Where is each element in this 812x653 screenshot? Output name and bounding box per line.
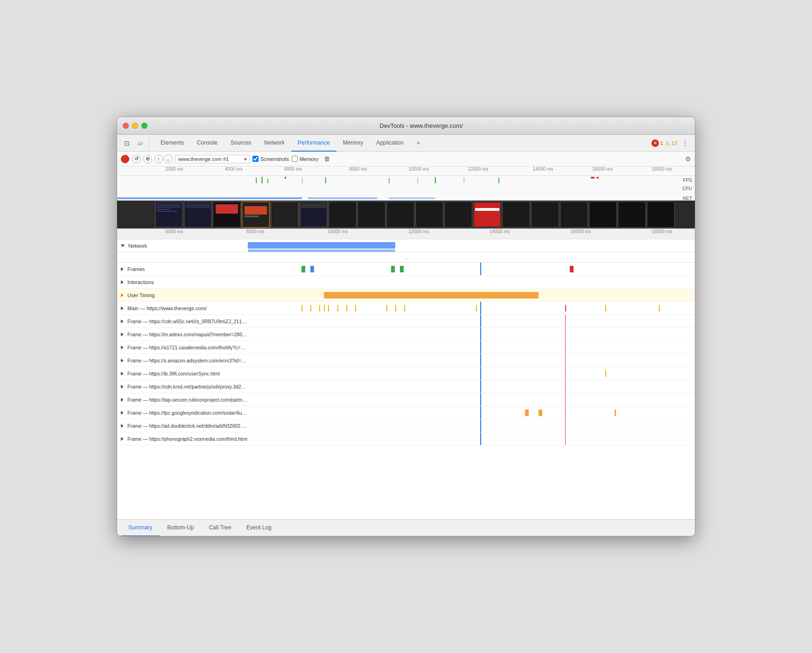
frame-1-cursor-red [565,328,566,340]
svg-rect-2 [267,179,268,183]
frames-content [248,263,695,275]
delete-icon[interactable]: 🗑 [321,153,333,165]
settings-icon[interactable]: ⚙ [685,155,691,163]
close-button[interactable] [123,123,129,129]
memory-checkbox[interactable]: Memory [292,156,318,162]
frame-2-cursor [480,341,481,354]
frame-track-6-label: Frame — https://tap-secure.rubiconprojec… [117,397,248,403]
device-icon[interactable]: ▱ [134,137,146,149]
frame-track-4[interactable]: Frame — https://ib.3lift.com/userSync.ht… [117,367,695,380]
svg-rect-0 [256,178,257,183]
frame-track-9[interactable]: Frame — https://phonograph2.voxmedia.com… [117,432,695,445]
frame-green-1 [301,266,305,272]
screenshots-check[interactable] [252,156,259,162]
frame-track-7[interactable]: Frame — https://tpc.googlesyndication.co… [117,406,695,419]
ruler2-marks: 6000 ms 8000 ms 10000 ms 12000 ms 14000 … [154,229,695,239]
red-tick-1 [565,305,566,312]
interactions-text: Interactions [127,279,154,285]
screenshot-thumbs [154,201,695,228]
user-timing-bar [324,292,539,299]
frame-4-cursor [480,367,481,380]
tracks-area[interactable]: Network ... Frames [117,239,695,519]
user-timing-track[interactable]: User Timing [117,289,695,302]
tab-memory[interactable]: Memory [336,135,370,152]
screenshot-12[interactable] [502,201,530,228]
screenshot-1[interactable] [184,201,212,228]
frame-track-6[interactable]: Frame — https://tap-secure.rubiconprojec… [117,393,695,406]
reload-button[interactable]: ↺ [132,155,140,163]
frame-7-expand [121,411,124,415]
tab-console[interactable]: Console [190,135,224,152]
ruler2-12000: 12000 ms [408,229,429,234]
network-expand-icon [121,244,125,247]
svg-rect-41 [273,203,297,226]
frame-track-9-label: Frame — https://phonograph2.voxmedia.com… [117,436,248,442]
main-track-text: Main — https://www.theverge.com/ [127,306,207,311]
main-track[interactable]: Main — https://www.theverge.com/ [117,302,695,315]
tab-bottom-up[interactable]: Bottom-Up [160,520,201,536]
upload-button[interactable]: ↑ [154,155,163,163]
minimize-button[interactable] [132,123,138,129]
screenshots-checkbox[interactable]: Screenshots [252,156,289,162]
screenshot-7[interactable] [357,201,385,228]
tab-application[interactable]: Application [370,135,410,152]
screenshot-2[interactable] [213,201,241,228]
frame-track-5[interactable]: Frame — https://cdn.krxd.net/partnerjs/x… [117,380,695,393]
tab-more[interactable]: » [410,135,427,152]
frames-expand-icon [121,267,124,271]
record-button[interactable] [121,155,129,163]
frame-track-2[interactable]: Frame — https://a1721.casalemedia.com/if… [117,341,695,354]
tab-performance[interactable]: Performance [291,135,336,152]
frames-track[interactable]: Frames [117,263,695,276]
memory-check[interactable] [292,156,298,162]
ruler-6000: 6000 ms [284,167,302,172]
tab-event-log[interactable]: Event Log [239,520,279,536]
screenshot-0[interactable] [155,201,183,228]
frame-track-8[interactable]: Frame — https://ad.doubleclick.net/ddm/a… [117,419,695,432]
screenshot-4[interactable] [271,201,299,228]
screenshot-5[interactable] [300,201,328,228]
download-button[interactable]: ↓ [164,155,172,163]
screenshot-3[interactable] [242,201,270,228]
screenshot-15[interactable] [589,201,617,228]
screenshot-17[interactable] [647,201,675,228]
frame-5-expand [121,385,124,389]
frame-track-1[interactable]: Frame — https://m.adnxs.com/mapuid?membe… [117,328,695,341]
fps-label: FPS [683,178,692,183]
tab-sources[interactable]: Sources [224,135,258,152]
screenshot-8[interactable] [386,201,414,228]
screenshot-13[interactable] [531,201,559,228]
tick-9 [386,305,387,312]
svg-rect-12 [597,177,599,179]
user-timing-content [248,289,695,301]
frames-text: Frames [127,266,145,272]
screenshot-6[interactable] [329,201,357,228]
screenshot-14[interactable] [560,201,588,228]
tab-network[interactable]: Network [258,135,291,152]
main-track-label: Main — https://www.theverge.com/ [117,306,248,311]
screenshot-11[interactable] [473,201,501,228]
frame-track-3[interactable]: Frame — https://s.amazon-adsystem.com/ec… [117,354,695,367]
screenshot-16[interactable] [618,201,646,228]
frame-3-text: Frame — https://s.amazon-adsystem.com/ec… [127,358,248,363]
frame-track-0[interactable]: Frame — https://cdn.w55c.net/i/s_0RB7U9m… [117,315,695,328]
svg-rect-10 [285,177,286,179]
interactions-track[interactable]: Interactions [117,276,695,289]
cursor-line [480,263,481,275]
maximize-button[interactable] [141,123,147,129]
tick-3 [319,305,320,312]
tab-call-tree[interactable]: Call Tree [202,520,239,536]
svg-rect-5 [389,178,390,183]
screenshots-strip [117,201,695,229]
url-select[interactable]: www.theverge.com #1 [175,155,250,163]
frame-6-content [248,393,695,406]
screenshot-9[interactable] [415,201,443,228]
clear-button[interactable]: ⊘ [143,155,152,163]
tab-elements[interactable]: Elements [154,135,190,152]
more-options-icon[interactable]: ⋮ [679,137,691,149]
tab-summary[interactable]: Summary [121,520,160,536]
inspect-icon[interactable]: ⊡ [121,137,133,149]
screenshot-10[interactable] [444,201,472,228]
ruler-12000: 12000 ms [468,167,489,172]
network-header-row[interactable]: Network [117,239,695,252]
